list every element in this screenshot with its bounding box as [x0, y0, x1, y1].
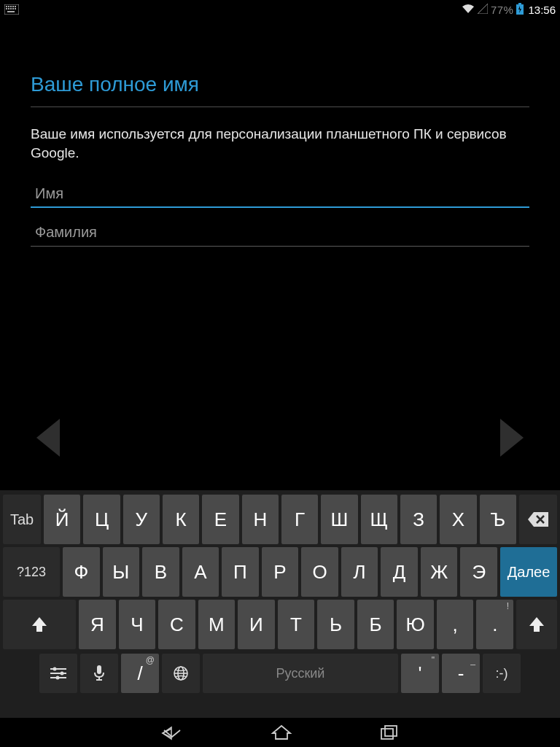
- key-period[interactable]: .!: [476, 600, 513, 649]
- key-letter[interactable]: Й: [44, 495, 80, 544]
- page-subtitle: Ваше имя используется для персонализации…: [31, 125, 529, 162]
- key-letter[interactable]: Ж: [421, 547, 458, 597]
- svg-rect-3: [10, 6, 12, 7]
- key-letter[interactable]: Ш: [321, 495, 357, 544]
- key-symbols[interactable]: ?123: [3, 547, 60, 597]
- key-letter[interactable]: Д: [381, 547, 418, 597]
- key-letter[interactable]: Е: [202, 495, 238, 544]
- key-slash[interactable]: /@: [121, 654, 159, 693]
- svg-rect-4: [12, 6, 14, 7]
- key-letter[interactable]: М: [198, 600, 236, 649]
- cell-signal-icon: [478, 4, 488, 16]
- key-letter[interactable]: Б: [357, 600, 394, 649]
- microphone-icon: [93, 665, 105, 681]
- key-shift-right[interactable]: [516, 600, 557, 649]
- last-name-input[interactable]: [31, 221, 529, 247]
- svg-rect-10: [15, 8, 16, 9]
- back-arrow-button[interactable]: [31, 416, 66, 460]
- svg-rect-9: [12, 8, 14, 9]
- key-letter[interactable]: И: [238, 600, 275, 649]
- key-letter[interactable]: Ч: [119, 600, 156, 649]
- sliders-icon: [50, 666, 66, 681]
- key-letter[interactable]: Г: [281, 495, 318, 544]
- globe-icon: [173, 665, 189, 681]
- svg-rect-29: [385, 726, 397, 736]
- svg-rect-8: [10, 8, 12, 9]
- key-shift-left[interactable]: [3, 600, 76, 649]
- shift-icon: [31, 616, 48, 633]
- svg-rect-28: [381, 729, 393, 739]
- key-letter[interactable]: К: [163, 495, 199, 544]
- key-letter[interactable]: Ц: [83, 495, 120, 544]
- nav-home-button[interactable]: [271, 724, 292, 740]
- key-letter[interactable]: Щ: [361, 495, 397, 544]
- key-letter[interactable]: Х: [440, 495, 476, 544]
- svg-rect-11: [7, 11, 15, 12]
- first-name-input[interactable]: [31, 182, 529, 208]
- key-quote[interactable]: '": [401, 654, 439, 693]
- soft-keyboard: Tab Й Ц У К Е Н Г Ш Щ З Х Ъ ?123 Ф Ы В А…: [0, 490, 560, 718]
- key-next[interactable]: Далее: [500, 547, 557, 597]
- key-letter[interactable]: Т: [278, 600, 315, 649]
- key-language[interactable]: [162, 654, 200, 693]
- forward-arrow-button[interactable]: [494, 416, 529, 460]
- key-letter[interactable]: Ь: [317, 600, 354, 649]
- keyboard-notification-icon: [4, 4, 19, 15]
- battery-charging-icon: [516, 3, 524, 17]
- nav-back-button[interactable]: [161, 726, 183, 739]
- key-letter[interactable]: В: [142, 547, 179, 597]
- svg-point-15: [53, 667, 57, 671]
- svg-rect-13: [518, 3, 521, 4]
- backspace-icon: [528, 512, 548, 527]
- key-dash[interactable]: -_: [442, 654, 480, 693]
- shift-icon: [528, 616, 545, 633]
- svg-point-19: [56, 676, 60, 680]
- svg-point-17: [61, 672, 64, 676]
- status-bar: 77% 13:56: [0, 0, 560, 19]
- key-letter[interactable]: Р: [262, 547, 299, 597]
- nav-recent-button[interactable]: [380, 724, 399, 740]
- setup-form: Ваше полное имя Ваше имя используется дл…: [0, 19, 560, 247]
- battery-percent: 77%: [491, 4, 514, 16]
- key-settings[interactable]: [39, 654, 77, 693]
- key-comma[interactable]: ,: [437, 600, 474, 649]
- key-letter[interactable]: Ы: [103, 547, 140, 597]
- svg-rect-1: [6, 6, 7, 7]
- svg-rect-7: [8, 8, 9, 9]
- key-letter[interactable]: С: [158, 600, 195, 649]
- svg-rect-6: [6, 8, 7, 9]
- key-space[interactable]: Русский: [203, 654, 398, 693]
- key-backspace[interactable]: [519, 495, 557, 544]
- key-letter[interactable]: З: [400, 495, 437, 544]
- key-letter[interactable]: Ф: [63, 547, 100, 597]
- svg-rect-5: [15, 6, 16, 7]
- key-letter[interactable]: У: [123, 495, 160, 544]
- key-letter[interactable]: Я: [79, 600, 116, 649]
- page-title: Ваше полное имя: [31, 73, 529, 107]
- svg-rect-2: [8, 6, 9, 7]
- key-letter[interactable]: Э: [460, 547, 497, 597]
- key-tab[interactable]: Tab: [3, 495, 41, 544]
- key-letter[interactable]: Н: [242, 495, 279, 544]
- key-letter[interactable]: П: [222, 547, 259, 597]
- key-letter[interactable]: А: [182, 547, 219, 597]
- key-letter[interactable]: Ъ: [480, 495, 516, 544]
- svg-rect-20: [97, 665, 101, 674]
- wifi-icon: [462, 4, 475, 16]
- key-emoji[interactable]: :-): [483, 654, 521, 693]
- key-letter[interactable]: Ю: [397, 600, 434, 649]
- key-voice[interactable]: [80, 654, 118, 693]
- key-letter[interactable]: Л: [341, 547, 378, 597]
- system-nav-bar: [0, 718, 560, 747]
- key-letter[interactable]: О: [301, 547, 338, 597]
- status-clock: 13:56: [528, 4, 556, 16]
